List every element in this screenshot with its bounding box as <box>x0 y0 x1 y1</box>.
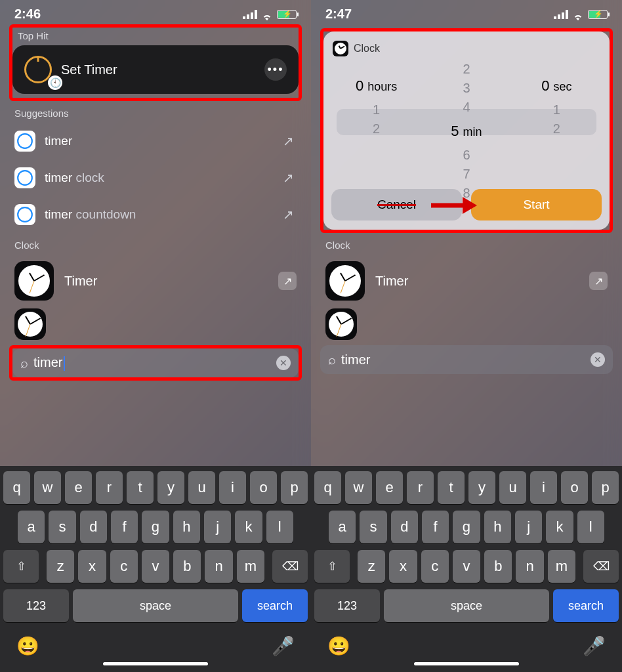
key-f[interactable]: f <box>111 511 138 543</box>
key-z[interactable]: z <box>47 550 74 583</box>
key-k[interactable]: k <box>235 511 262 543</box>
key-u[interactable]: u <box>188 471 215 504</box>
key-y[interactable]: y <box>157 471 184 504</box>
key-i[interactable]: i <box>219 471 246 504</box>
key-r[interactable]: r <box>96 471 123 504</box>
key-s[interactable]: s <box>49 511 75 543</box>
key-v[interactable]: v <box>453 550 480 583</box>
key-m[interactable]: m <box>237 550 264 583</box>
key-s[interactable]: s <box>360 511 386 543</box>
key-o[interactable]: o <box>561 471 588 504</box>
dictation-key[interactable]: 🎤 <box>272 635 295 657</box>
clock-timer-row[interactable]: Timer ↗ <box>311 255 622 307</box>
emoji-key[interactable]: 😀 <box>327 635 350 657</box>
key-a[interactable]: a <box>18 511 45 543</box>
key-v[interactable]: v <box>142 550 169 583</box>
top-hit-card[interactable]: Set Timer 🕙 ••• <box>12 45 299 94</box>
key-r[interactable]: r <box>407 471 434 504</box>
status-time: 2:47 <box>325 7 352 22</box>
key-z[interactable]: z <box>358 550 385 583</box>
svg-point-8 <box>18 208 31 221</box>
search-input[interactable]: timer <box>33 355 65 371</box>
suggestion-text: timer countdown <box>45 207 136 222</box>
clear-button[interactable]: ✕ <box>276 356 291 370</box>
dictation-key[interactable]: 🎤 <box>583 635 606 657</box>
space-key[interactable]: space <box>73 589 238 622</box>
clock-row-peek <box>311 307 622 340</box>
key-l[interactable]: l <box>266 511 293 543</box>
key-f[interactable]: f <box>422 511 449 543</box>
keyboard-row-1: qwertyuiop <box>3 471 308 504</box>
key-p[interactable]: p <box>281 471 308 504</box>
more-button[interactable]: ••• <box>264 58 287 81</box>
keyboard[interactable]: qwertyuiop asdfghjkl ⇧ zxcvbnm ⌫ 123 spa… <box>311 466 622 672</box>
time-picker[interactable]: 0hours 1 2 2 3 4 5min 6 7 8 <box>331 62 602 180</box>
start-button[interactable]: Start <box>471 189 602 220</box>
key-u[interactable]: u <box>499 471 526 504</box>
clock-timer-row[interactable]: Timer ↗ <box>0 255 311 307</box>
key-w[interactable]: w <box>34 471 61 504</box>
key-n[interactable]: n <box>516 550 543 583</box>
backspace-key[interactable]: ⌫ <box>272 550 308 583</box>
key-n[interactable]: n <box>205 550 232 583</box>
key-b[interactable]: b <box>173 550 201 583</box>
keyboard-row-3: ⇧ zxcvbnm ⌫ <box>314 550 619 583</box>
key-x[interactable]: x <box>389 550 417 583</box>
key-d[interactable]: d <box>391 511 418 543</box>
suggestion-row[interactable]: timer ↗ <box>0 123 311 159</box>
shift-key[interactable]: ⇧ <box>3 550 39 583</box>
key-l[interactable]: l <box>577 511 604 543</box>
keyboard-row-2: asdfghjkl <box>314 511 619 543</box>
home-indicator[interactable] <box>103 662 208 665</box>
backspace-key[interactable]: ⌫ <box>583 550 619 583</box>
keyboard[interactable]: qwertyuiop asdfghjkl ⇧ zxcvbnm ⌫ 123 spa… <box>0 466 311 672</box>
key-d[interactable]: d <box>80 511 107 543</box>
suggestion-row[interactable]: timer countdown ↗ <box>0 196 311 233</box>
search-key[interactable]: search <box>242 589 308 622</box>
key-m[interactable]: m <box>548 550 575 583</box>
key-b[interactable]: b <box>484 550 512 583</box>
key-h[interactable]: h <box>173 511 200 543</box>
key-g[interactable]: g <box>453 511 480 543</box>
key-g[interactable]: g <box>142 511 169 543</box>
key-o[interactable]: o <box>250 471 277 504</box>
space-key[interactable]: space <box>384 589 549 622</box>
spotlight-search[interactable]: ⌕ timer ✕ <box>12 348 299 377</box>
seconds-column[interactable]: 0sec 1 2 <box>512 62 601 180</box>
key-t[interactable]: t <box>127 471 154 504</box>
timer-widget[interactable]: Clock 0hours 1 2 2 3 <box>323 32 610 230</box>
open-arrow-icon[interactable]: ↗ <box>278 272 297 290</box>
spotlight-search[interactable]: ⌕ timer ✕ <box>320 345 613 374</box>
minutes-column[interactable]: 2 3 4 5min 6 7 8 <box>422 62 511 180</box>
key-e[interactable]: e <box>376 471 403 504</box>
key-k[interactable]: k <box>546 511 573 543</box>
key-y[interactable]: y <box>468 471 495 504</box>
open-arrow-icon[interactable]: ↗ <box>589 272 608 290</box>
shift-key[interactable]: ⇧ <box>314 550 350 583</box>
search-input[interactable]: timer <box>341 352 370 368</box>
safari-icon <box>14 131 35 152</box>
key-e[interactable]: e <box>65 471 92 504</box>
key-p[interactable]: p <box>592 471 619 504</box>
key-c[interactable]: c <box>110 550 138 583</box>
emoji-key[interactable]: 😀 <box>16 635 39 657</box>
key-j[interactable]: j <box>515 511 542 543</box>
key-q[interactable]: q <box>314 471 341 504</box>
suggestion-row[interactable]: timer clock ↗ <box>0 159 311 196</box>
numbers-key[interactable]: 123 <box>3 589 69 622</box>
key-j[interactable]: j <box>204 511 231 543</box>
clock-app-icon <box>333 41 348 56</box>
home-indicator[interactable] <box>414 662 519 665</box>
key-q[interactable]: q <box>3 471 30 504</box>
key-a[interactable]: a <box>329 511 356 543</box>
key-w[interactable]: w <box>345 471 372 504</box>
hours-column[interactable]: 0hours 1 2 <box>332 62 421 180</box>
search-key[interactable]: search <box>553 589 619 622</box>
key-t[interactable]: t <box>438 471 465 504</box>
clear-button[interactable]: ✕ <box>591 352 605 367</box>
key-h[interactable]: h <box>484 511 511 543</box>
key-i[interactable]: i <box>530 471 557 504</box>
key-c[interactable]: c <box>421 550 449 583</box>
key-x[interactable]: x <box>78 550 106 583</box>
numbers-key[interactable]: 123 <box>314 589 380 622</box>
